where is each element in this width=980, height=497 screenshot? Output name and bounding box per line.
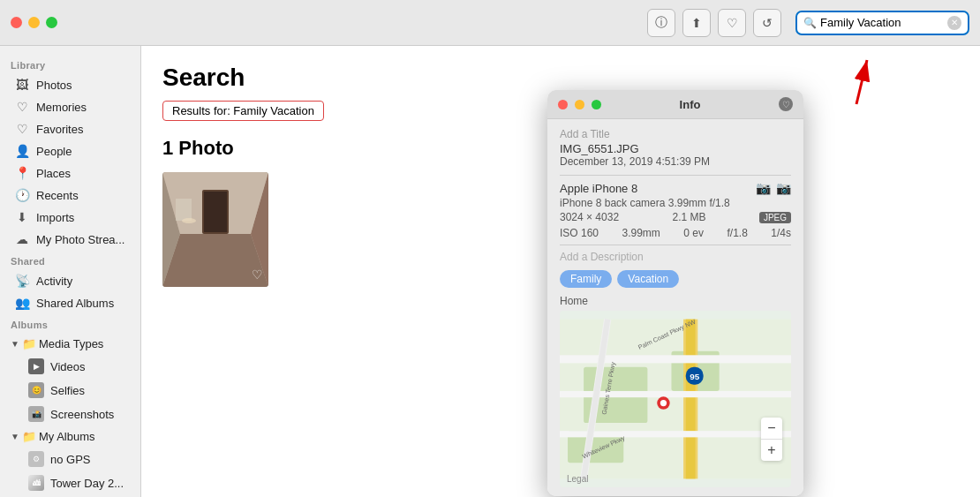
share-button[interactable]: ⬆ xyxy=(682,9,711,37)
ip-date: December 13, 2019 4:51:39 PM xyxy=(560,155,791,168)
my-albums-label: My Albums xyxy=(39,430,95,443)
ip-shutter: 1/4s xyxy=(771,227,791,239)
photo-icon: 📷 xyxy=(776,181,791,195)
photo-image: ♡ xyxy=(162,172,268,287)
activity-icon: 📡 xyxy=(14,274,30,288)
my-albums-disclosure[interactable]: ▼ 📁 My Albums xyxy=(4,426,137,447)
sidebar-item-selfies[interactable]: 😊 Selfies xyxy=(4,379,137,402)
photos-icon: 🖼 xyxy=(14,78,30,92)
sidebar-item-no-gps[interactable]: ⚙ no GPS xyxy=(4,448,137,471)
screenshots-thumb: 📸 xyxy=(28,406,44,422)
sidebar-item-places[interactable]: 📍 Places xyxy=(4,162,137,184)
sidebar-item-people[interactable]: 👤 People xyxy=(4,140,137,162)
ip-filesize: 2.1 MB xyxy=(672,211,705,223)
recents-icon: 🕐 xyxy=(14,188,30,202)
ip-tags: Family Vacation xyxy=(560,270,791,288)
sidebar-item-photos[interactable]: 🖼 Photos xyxy=(4,74,137,95)
ip-tag-family[interactable]: Family xyxy=(560,270,612,288)
ip-add-title: Add a Title xyxy=(560,128,791,140)
ip-iso: ISO 160 xyxy=(560,227,599,239)
sidebar-item-label: Photos xyxy=(36,79,126,92)
content-area: Search Results for: Family Vacation 1 Ph… xyxy=(141,46,980,497)
ip-dimensions: 3024 × 4032 xyxy=(560,211,619,223)
places-icon: 📍 xyxy=(14,166,30,180)
search-box[interactable]: 🔍 Family Vacation ✕ xyxy=(795,11,969,35)
camera-icon: 📷 xyxy=(756,181,771,195)
disclosure-arrow: ▼ xyxy=(11,432,19,441)
imports-icon: ⬇ xyxy=(14,210,30,224)
info-panel: Info ♡ Add a Title IMG_6551.JPG December… xyxy=(547,90,803,496)
sidebar-item-tower-day[interactable]: 🏙 Tower Day 2... xyxy=(4,471,137,494)
people-icon: 👤 xyxy=(14,144,30,158)
favorites-icon: ♡ xyxy=(14,122,30,136)
media-types-label: Media Types xyxy=(39,337,103,350)
info-panel-maximize-button[interactable] xyxy=(592,100,601,109)
main-layout: Library 🖼 Photos ♡ Memories ♡ Favorites … xyxy=(0,46,980,497)
sidebar-item-videos[interactable]: ▶ Videos xyxy=(4,355,137,378)
ip-description-placeholder[interactable]: Add a Description xyxy=(560,251,791,263)
sidebar-item-favorites[interactable]: ♡ Favorites xyxy=(4,118,137,139)
sidebar-item-imports[interactable]: ⬇ Imports xyxy=(4,207,137,228)
map-zoom-in-button[interactable]: + xyxy=(761,440,782,461)
map-svg: 95 Palm Coast Pkwy NW Whiteview Pkwy Gai… xyxy=(560,311,791,487)
sidebar-item-photo-stream[interactable]: ☁ My Photo Strea... xyxy=(4,229,137,250)
sidebar-item-label: My Photo Strea... xyxy=(36,233,126,246)
info-panel-body: Add a Title IMG_6551.JPG December 13, 20… xyxy=(547,119,803,496)
info-panel-title: Info xyxy=(608,98,772,111)
sidebar-item-shared-albums[interactable]: 👥 Shared Albums xyxy=(4,292,137,313)
sidebar-item-label: People xyxy=(36,145,126,158)
info-panel-close-button[interactable] xyxy=(558,100,568,109)
photo-thumbnail[interactable]: ♡ xyxy=(162,172,268,287)
sidebar-item-label: Imports xyxy=(36,211,126,224)
close-button[interactable] xyxy=(11,17,22,28)
videos-thumb: ▶ xyxy=(28,358,44,374)
media-types-disclosure[interactable]: ▼ 📁 Media Types xyxy=(4,334,137,354)
tower-day-thumb: 🏙 xyxy=(28,475,44,491)
map-zoom-out-button[interactable]: − xyxy=(761,418,782,439)
sidebar-item-memories[interactable]: ♡ Memories xyxy=(4,96,137,117)
sidebar-item-recents[interactable]: 🕐 Recents xyxy=(4,184,137,206)
ip-divider-2 xyxy=(560,245,791,245)
info-panel-heart-button[interactable]: ♡ xyxy=(779,97,793,111)
rotate-button[interactable]: ↺ xyxy=(753,9,781,37)
selfies-thumb: 😊 xyxy=(28,382,44,398)
ip-exposure: 0 ev xyxy=(683,227,704,239)
results-badge: Results for: Family Vacation xyxy=(162,101,324,121)
ip-camera-row: Apple iPhone 8 📷 📷 xyxy=(560,181,791,195)
toolbar-icons: ⓘ ⬆ ♡ ↺ 🔍 Family Vacation ✕ xyxy=(647,9,969,37)
ip-lens: iPhone 8 back camera 3.99mm f/1.8 xyxy=(560,197,791,209)
ip-map[interactable]: 95 Palm Coast Pkwy NW Whiteview Pkwy Gai… xyxy=(560,311,791,487)
favorite-button[interactable]: ♡ xyxy=(718,9,746,37)
sidebar-item-label: Activity xyxy=(36,275,126,288)
map-zoom-controls: − + xyxy=(761,418,782,461)
svg-point-8 xyxy=(182,218,196,223)
sidebar-item-screenshots[interactable]: 📸 Screenshots xyxy=(4,403,137,425)
svg-rect-6 xyxy=(204,192,227,232)
sidebar-item-label: Selfies xyxy=(50,384,126,397)
ip-filename: IMG_6551.JPG xyxy=(560,142,791,155)
maximize-button[interactable] xyxy=(46,17,57,28)
search-input[interactable]: Family Vacation xyxy=(820,16,944,29)
sidebar-item-label: Recents xyxy=(36,189,126,202)
svg-rect-14 xyxy=(686,320,696,479)
minimize-button[interactable] xyxy=(28,17,40,28)
sidebar-item-label: Screenshots xyxy=(50,408,126,421)
ip-focal-length: 3.99mm xyxy=(622,227,660,239)
my-albums-folder-icon: 📁 xyxy=(22,430,36,443)
photo-stream-icon: ☁ xyxy=(14,232,30,246)
ip-camera-name: Apple iPhone 8 xyxy=(560,182,637,195)
sidebar-item-activity[interactable]: 📡 Activity xyxy=(4,270,137,291)
media-types-folder-icon: 📁 xyxy=(22,337,36,350)
info-button[interactable]: ⓘ xyxy=(647,9,675,37)
search-title: Search xyxy=(162,64,959,92)
search-icon: 🔍 xyxy=(803,17,817,29)
search-clear-button[interactable]: ✕ xyxy=(947,16,961,30)
sidebar-item-label: Memories xyxy=(36,101,126,114)
info-panel-minimize-button[interactable] xyxy=(575,100,584,109)
disclosure-arrow: ▼ xyxy=(11,339,19,349)
no-gps-thumb: ⚙ xyxy=(28,451,44,467)
sidebar-item-label: Tower Day 2... xyxy=(50,477,126,490)
svg-rect-15 xyxy=(560,355,791,363)
svg-rect-17 xyxy=(560,431,791,437)
ip-tag-vacation[interactable]: Vacation xyxy=(617,270,679,288)
